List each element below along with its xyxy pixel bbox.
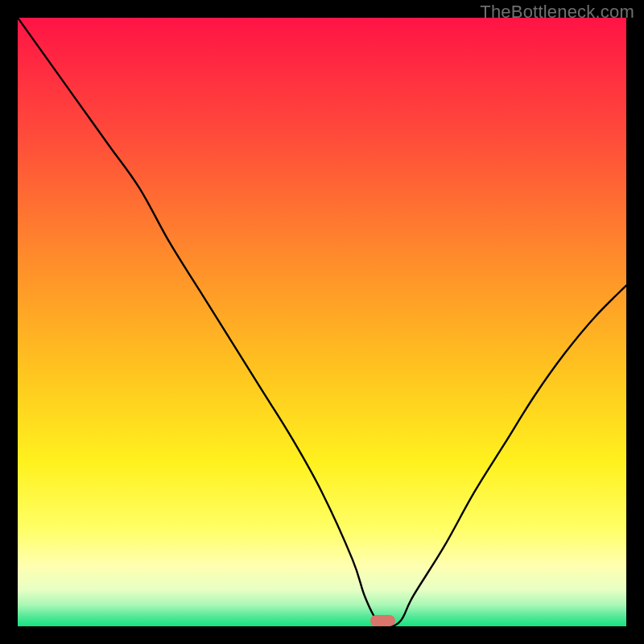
optimal-marker: [370, 615, 396, 626]
bottleneck-curve: [18, 18, 626, 626]
chart-frame: [18, 18, 626, 626]
